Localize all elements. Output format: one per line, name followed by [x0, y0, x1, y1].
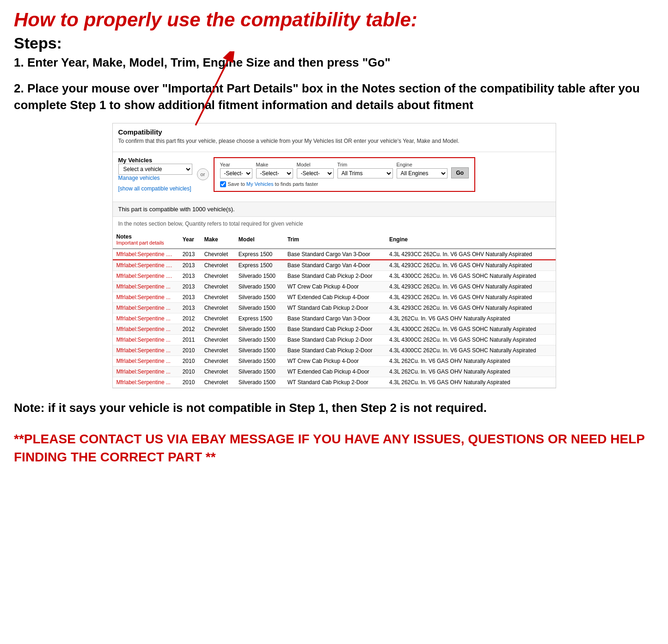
data-cell: Chevrolet	[201, 281, 235, 292]
quantity-note: In the notes section below, Quantity ref…	[113, 221, 556, 231]
table-row: Mfrlabel:Serpentine ...2013ChevroletSilv…	[113, 302, 556, 313]
data-cell: WT Extended Cab Pickup 4-Door	[284, 366, 386, 377]
my-vehicles-label: My Vehicles	[118, 157, 192, 164]
data-cell: Express 1500	[235, 260, 284, 271]
data-cell: Chevrolet	[201, 313, 235, 324]
table-row: Mfrlabel:Serpentine ...2010ChevroletSilv…	[113, 366, 556, 377]
compatible-count: This part is compatible with 1000 vehicl…	[113, 202, 556, 217]
data-cell: WT Standard Cab Pickup 2-Door	[284, 302, 386, 313]
year-label: Year	[220, 162, 252, 167]
make-col: Make -Select-	[256, 162, 293, 178]
main-title: How to properly use the compatibility ta…	[14, 9, 654, 31]
save-row: Save to My Vehicles to finds parts faste…	[220, 181, 469, 187]
form-row: Year -Select- Make -Select-	[220, 162, 469, 178]
data-cell: 2011	[179, 334, 201, 345]
notes-cell: Mfrlabel:Serpentine ....	[113, 270, 179, 281]
my-vehicles-section: My Vehicles Select a vehicle Manage vehi…	[118, 157, 550, 192]
data-cell: 2010	[179, 377, 201, 387]
compat-subtitle: To confirm that this part fits your vehi…	[118, 138, 550, 144]
year-col: Year -Select-	[220, 162, 252, 178]
data-cell: 4.3L 4300CC 262Cu. In. V6 GAS SOHC Natur…	[386, 270, 556, 281]
select-vehicle-dropdown[interactable]: Select a vehicle	[118, 164, 192, 175]
data-cell: Base Standard Cargo Van 3-Door	[284, 249, 386, 260]
data-cell: Base Standard Cargo Van 4-Door	[284, 260, 386, 271]
table-row: Mfrlabel:Serpentine ...2013ChevroletSilv…	[113, 281, 556, 292]
data-cell: Silverado 1500	[235, 334, 284, 345]
model-col: Model -Select-	[297, 162, 334, 178]
year-select[interactable]: -Select-	[220, 168, 252, 178]
data-cell: Chevrolet	[201, 292, 235, 302]
data-cell: 2010	[179, 345, 201, 356]
save-label: Save to My Vehicles to finds parts faste…	[228, 181, 319, 187]
col-trim: Trim	[284, 231, 386, 249]
save-checkbox[interactable]	[220, 181, 226, 187]
data-cell: 2013	[179, 281, 201, 292]
compatibility-table: Notes Important part details Year Make M…	[113, 231, 556, 388]
contact-text: **PLEASE CONTACT US VIA EBAY MESSAGE IF …	[14, 430, 654, 466]
table-row: Mfrlabel:Serpentine ...2013ChevroletSilv…	[113, 292, 556, 302]
data-cell: 2013	[179, 302, 201, 313]
notes-cell: Mfrlabel:Serpentine ...	[113, 356, 179, 366]
trim-label: Trim	[337, 162, 393, 167]
col-make: Make	[201, 231, 235, 249]
data-cell: 4.3L 4293CC 262Cu. In. V6 GAS OHV Natura…	[386, 302, 556, 313]
data-cell: Express 1500	[235, 313, 284, 324]
model-label: Model	[297, 162, 334, 167]
data-cell: 2012	[179, 324, 201, 334]
data-cell: Chevrolet	[201, 345, 235, 356]
notes-cell: Mfrlabel:Serpentine ...	[113, 366, 179, 377]
notes-cell: Mfrlabel:Serpentine ...	[113, 324, 179, 334]
data-cell: Express 1500	[235, 249, 284, 260]
col-year: Year	[179, 231, 201, 249]
table-body: Mfrlabel:Serpentine ....2013ChevroletExp…	[113, 249, 556, 388]
col-notes: Notes Important part details	[113, 231, 179, 249]
show-all-link[interactable]: [show all compatible vehicles]	[118, 185, 191, 192]
data-cell: Base Standard Cab Pickup 2-Door	[284, 324, 386, 334]
data-cell: WT Crew Cab Pickup 4-Door	[284, 281, 386, 292]
my-vehicles-link[interactable]: My Vehicles	[246, 181, 274, 187]
notes-cell: Mfrlabel:Serpentine ....	[113, 249, 179, 260]
go-button[interactable]: Go	[451, 167, 469, 178]
compatibility-box: Compatibility To confirm that this part …	[112, 123, 556, 388]
my-vehicles-column: My Vehicles Select a vehicle Manage vehi…	[118, 157, 192, 192]
engine-label: Engine	[397, 162, 447, 167]
data-cell: Chevrolet	[201, 270, 235, 281]
notes-cell: Mfrlabel:Serpentine ...	[113, 281, 179, 292]
data-cell: Base Standard Cab Pickup 2-Door	[284, 334, 386, 345]
table-row: Mfrlabel:Serpentine ....2013ChevroletSil…	[113, 270, 556, 281]
step1-text: 1. Enter Year, Make, Model, Trim, Engine…	[14, 55, 654, 71]
engine-select[interactable]: All Engines	[397, 168, 447, 178]
table-row: Mfrlabel:Serpentine ...2010ChevroletSilv…	[113, 377, 556, 387]
model-select[interactable]: -Select-	[297, 168, 334, 178]
red-arrow	[186, 51, 242, 130]
data-cell: 2013	[179, 292, 201, 302]
data-cell: 2010	[179, 366, 201, 377]
data-cell: Chevrolet	[201, 366, 235, 377]
data-cell: 2010	[179, 356, 201, 366]
data-cell: Silverado 1500	[235, 345, 284, 356]
notes-cell: Mfrlabel:Serpentine ...	[113, 377, 179, 387]
table-row: Mfrlabel:Serpentine ...2010ChevroletSilv…	[113, 345, 556, 356]
data-cell: 4.3L 262Cu. In. V6 GAS OHV Naturally Asp…	[386, 366, 556, 377]
data-cell: Chevrolet	[201, 334, 235, 345]
data-cell: 2013	[179, 270, 201, 281]
trim-select[interactable]: All Trims	[337, 168, 393, 178]
table-row: Mfrlabel:Serpentine ....2013ChevroletExp…	[113, 249, 556, 260]
data-cell: WT Crew Cab Pickup 4-Door	[284, 356, 386, 366]
data-cell: Chevrolet	[201, 324, 235, 334]
notes-cell: Mfrlabel:Serpentine ...	[113, 334, 179, 345]
data-cell: 4.3L 4300CC 262Cu. In. V6 GAS SOHC Natur…	[386, 324, 556, 334]
data-cell: Silverado 1500	[235, 356, 284, 366]
make-label: Make	[256, 162, 293, 167]
data-cell: Silverado 1500	[235, 270, 284, 281]
data-cell: Base Standard Cargo Van 3-Door	[284, 313, 386, 324]
make-select[interactable]: -Select-	[256, 168, 293, 178]
data-cell: WT Extended Cab Pickup 4-Door	[284, 292, 386, 302]
data-cell: Silverado 1500	[235, 292, 284, 302]
svg-line-1	[196, 61, 228, 125]
important-part-link[interactable]: Important part details	[116, 240, 175, 245]
data-cell: Chevrolet	[201, 260, 235, 271]
manage-vehicles-link[interactable]: Manage vehicles	[118, 175, 192, 181]
data-cell: 4.3L 4293CC 262Cu. In. V6 GAS OHV Natura…	[386, 292, 556, 302]
data-cell: Chevrolet	[201, 249, 235, 260]
